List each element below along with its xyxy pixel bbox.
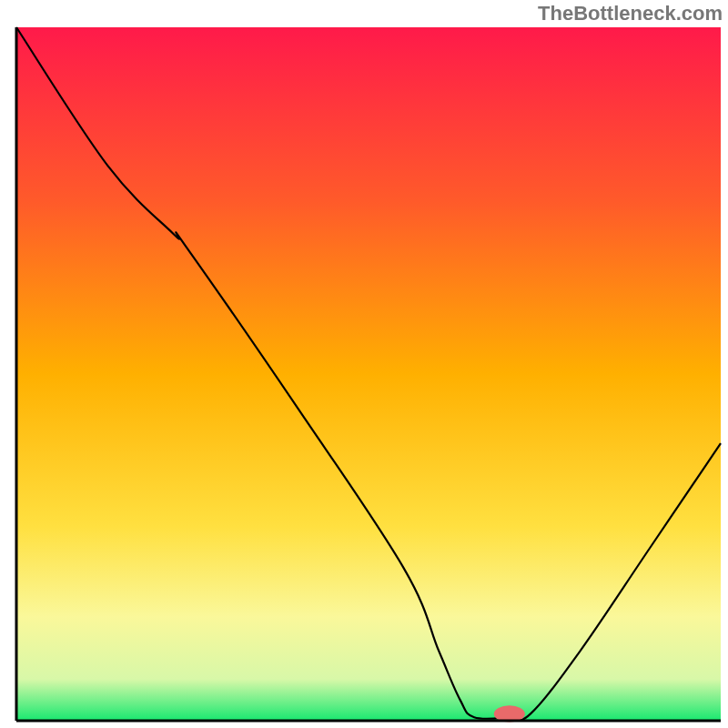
attribution-label: TheBottleneck.com — [538, 2, 723, 25]
bottleneck-chart: TheBottleneck.com — [0, 0, 728, 728]
plot-background — [16, 27, 721, 721]
chart-svg — [0, 0, 728, 728]
